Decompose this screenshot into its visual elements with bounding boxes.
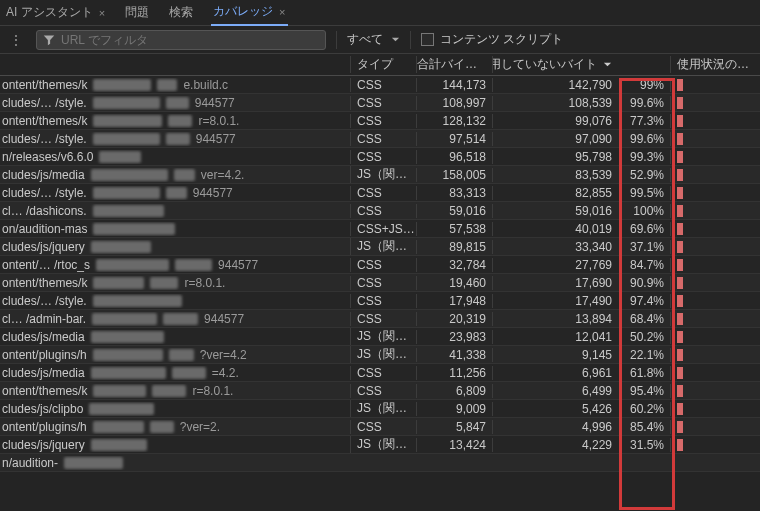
cell-url: ontent/themes/kr=8.0.1.	[0, 384, 350, 398]
cell-type: CSS	[350, 366, 416, 380]
url-start: ontent/themes/k	[2, 114, 87, 128]
more-icon[interactable]: ⋮	[6, 33, 26, 47]
header-visualization[interactable]: 使用状況の可視化	[670, 56, 750, 73]
cell-pct: 52.9%	[616, 168, 670, 182]
table-row[interactable]: ontent/… /rtoc_s944577CSS32,78427,76984.…	[0, 256, 760, 274]
cell-type: JS（関…	[350, 436, 416, 453]
usage-bar-icon	[677, 97, 683, 109]
cell-total: 19,460	[416, 276, 492, 290]
table-row[interactable]: cludes/js/mediaJS（関…23,98312,04150.2%	[0, 328, 760, 346]
table-row[interactable]: n/audition-	[0, 454, 760, 472]
table-row[interactable]: ontent/themes/kr=8.0.1.CSS128,13299,0767…	[0, 112, 760, 130]
cell-type: CSS	[350, 204, 416, 218]
url-start: cludes/js/jquery	[2, 240, 85, 254]
cell-url: n/releases/v6.6.0	[0, 150, 350, 164]
close-icon[interactable]: ×	[279, 6, 285, 18]
cell-total: 41,338	[416, 348, 492, 362]
usage-bar-icon	[677, 79, 683, 91]
tab-issues[interactable]: 問題	[123, 0, 151, 25]
header-unused-bytes[interactable]: 使用していないバイト	[492, 56, 616, 73]
cell-url: n/audition-	[0, 456, 350, 470]
close-icon[interactable]: ×	[99, 7, 105, 19]
table-row[interactable]: on/audition-masCSS+JS…57,53840,01969.6%	[0, 220, 760, 238]
url-start: ontent/plugins/h	[2, 420, 87, 434]
cell-pct: 37.1%	[616, 240, 670, 254]
table-row[interactable]: cludes/… /style.944577CSS108,997108,5399…	[0, 94, 760, 112]
table-row[interactable]: ontent/themes/ke.build.cCSS144,173142,79…	[0, 76, 760, 94]
usage-bar-icon	[677, 349, 683, 361]
url-filter[interactable]	[36, 30, 326, 50]
cell-type: JS（関…	[350, 238, 416, 255]
cell-unused: 27,769	[492, 258, 616, 272]
cell-type: CSS	[350, 132, 416, 146]
table-header: タイプ 合計バイト数 使用していないバイト 使用状況の可視化	[0, 54, 760, 76]
cell-unused: 142,790	[492, 78, 616, 92]
tab-label: AI アシスタント	[6, 4, 93, 21]
table-row[interactable]: cludes/js/media=4.2.CSS11,2566,96161.8%	[0, 364, 760, 382]
table-row[interactable]: cl… /dashicons.CSS59,01659,016100%	[0, 202, 760, 220]
url-filter-input[interactable]	[61, 33, 319, 47]
cell-unused: 95,798	[492, 150, 616, 164]
table-row[interactable]: ontent/themes/kr=8.0.1.CSS19,46017,69090…	[0, 274, 760, 292]
cell-type: JS（関…	[350, 166, 416, 183]
sort-desc-icon	[603, 60, 612, 69]
usage-bar-icon	[677, 133, 683, 145]
url-start: cludes/… /style.	[2, 186, 87, 200]
table-row[interactable]: n/releases/v6.6.0CSS96,51895,79899.3%	[0, 148, 760, 166]
type-filter-dropdown[interactable]: すべて	[347, 31, 400, 48]
usage-bar-icon	[677, 385, 683, 397]
url-end: 944577	[204, 312, 244, 326]
tab-coverage[interactable]: カバレッジ ×	[211, 0, 287, 26]
table-row[interactable]: cludes/js/jqueryJS（関…89,81533,34037.1%	[0, 238, 760, 256]
cell-type: CSS+JS…	[350, 222, 416, 236]
url-start: ontent/plugins/h	[2, 348, 87, 362]
cell-type: JS（関…	[350, 346, 416, 363]
cell-total: 128,132	[416, 114, 492, 128]
url-start: cludes/js/jquery	[2, 438, 85, 452]
usage-bar-icon	[677, 277, 683, 289]
url-end: 944577	[195, 96, 235, 110]
cell-unused: 108,539	[492, 96, 616, 110]
cell-type: CSS	[350, 276, 416, 290]
url-start: ontent/themes/k	[2, 78, 87, 92]
table-row[interactable]: ontent/plugins/h?ver=2.CSS5,8474,99685.4…	[0, 418, 760, 436]
cell-unused: 6,961	[492, 366, 616, 380]
header-type[interactable]: タイプ	[350, 56, 416, 73]
cell-unused: 12,041	[492, 330, 616, 344]
cell-total: 57,538	[416, 222, 492, 236]
table-row[interactable]: cl… /admin-bar.944577CSS20,31913,89468.4…	[0, 310, 760, 328]
usage-bar-icon	[677, 151, 683, 163]
url-end: 944577	[218, 258, 258, 272]
table-row[interactable]: cludes/js/mediaver=4.2.JS（関…158,00583,53…	[0, 166, 760, 184]
url-start: cludes/… /style.	[2, 294, 87, 308]
cell-viz	[670, 384, 750, 398]
cell-viz	[670, 240, 750, 254]
table-row[interactable]: cludes/… /style.944577CSS97,51497,09099.…	[0, 130, 760, 148]
url-start: n/releases/v6.6.0	[2, 150, 93, 164]
cell-viz	[670, 78, 750, 92]
table-row[interactable]: cludes/js/jqueryJS（関…13,4244,22931.5%	[0, 436, 760, 454]
cell-pct: 84.7%	[616, 258, 670, 272]
cell-pct: 99.3%	[616, 150, 670, 164]
content-scripts-checkbox[interactable]: コンテンツ スクリプト	[421, 31, 563, 48]
cell-type: CSS	[350, 420, 416, 434]
table-row[interactable]: ontent/themes/kr=8.0.1.CSS6,8096,49995.4…	[0, 382, 760, 400]
checkbox-label: コンテンツ スクリプト	[440, 31, 563, 48]
table-row[interactable]: cludes/… /style.944577CSS83,31382,85599.…	[0, 184, 760, 202]
cell-url: ontent/plugins/h?ver=2.	[0, 420, 350, 434]
cell-url: cludes/js/mediaver=4.2.	[0, 168, 350, 182]
table-row[interactable]: cludes/js/clipboJS（関…9,0095,42660.2%	[0, 400, 760, 418]
cell-type: CSS	[350, 96, 416, 110]
tab-ai-assistant[interactable]: AI アシスタント ×	[4, 0, 107, 25]
usage-bar-icon	[677, 187, 683, 199]
table-row[interactable]: ontent/plugins/h?ver=4.2JS（関…41,3389,145…	[0, 346, 760, 364]
cell-viz	[670, 420, 750, 434]
separator	[336, 31, 337, 49]
url-start: ontent/themes/k	[2, 276, 87, 290]
cell-viz	[670, 258, 750, 272]
table-row[interactable]: cludes/… /style.CSS17,94817,49097.4%	[0, 292, 760, 310]
header-total-bytes[interactable]: 合計バイト数	[416, 56, 492, 73]
tab-search[interactable]: 検索	[167, 0, 195, 25]
cell-pct: 85.4%	[616, 420, 670, 434]
cell-type: CSS	[350, 150, 416, 164]
